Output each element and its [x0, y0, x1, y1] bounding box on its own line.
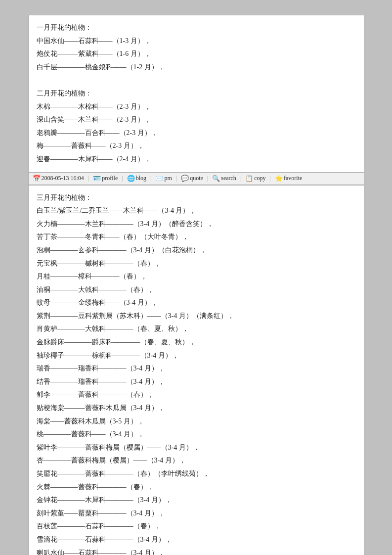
pm-link[interactable]: ✉️ pm: [155, 175, 172, 183]
section1-line: [37, 74, 356, 87]
copy-icon: 📋: [245, 175, 253, 183]
page-container: 一月开花的植物：中国水仙——石蒜科——（1-3 月），炮仗花———紫葳科——（1…: [28, 15, 364, 555]
pm-icon: ✉️: [155, 175, 163, 183]
section2-line: 郁李————蔷薇科————（春），: [37, 388, 356, 402]
section2-line: 肖黄栌————大戟科————（春、夏、秋），: [37, 323, 356, 336]
section2-line: 月桂————樟科————（春），: [37, 270, 356, 283]
section1-line: 梅————蔷薇科——（2-3 月），: [37, 139, 356, 153]
favorite-icon: ⭐: [275, 175, 283, 183]
section2-line: 紫叶李————蔷薇科梅属（樱属）——（3-4 月），: [37, 441, 356, 455]
section2-line: 火力楠————木兰科————（3-4 月）（醉香含笑），: [37, 218, 356, 231]
section2-line: 喇叭水仙——石蒜科————（3-4 月），: [37, 547, 356, 555]
section2-line: 紫荆————豆科紫荆属（苏木科）——（3-4 月）（满条红），: [37, 310, 356, 323]
section2-line: 油桐————大戟科————（春），: [37, 283, 356, 297]
section2-line: 三月开花的植物：: [37, 191, 356, 205]
section2-line: 刻叶紫堇——罂粟科————（3-4 月），: [37, 507, 356, 520]
section1-line: 一月开花的植物：: [37, 21, 356, 35]
section2-line: 袖珍椰子————棕榈科————（3-4 月），: [37, 349, 356, 363]
section1-line: 深山含笑——木兰科——（2-3 月），: [37, 113, 356, 127]
section2-line: 金钟花————木犀科————（3-4 月），: [37, 494, 356, 507]
section1-line: 炮仗花———紫葳科——（1-6 月），: [37, 47, 356, 61]
section2-line: 元宝枫————槭树科————（春），: [37, 257, 356, 271]
section1-line: 老鸦瓣————百合科——（2-3 月），: [37, 127, 356, 140]
section2-line: 贴梗海棠———蔷薇科木瓜属（3-4 月），: [37, 402, 356, 415]
section1-line: 迎春————木犀科——（2-4 月），: [37, 153, 356, 166]
section2-line: 海棠——蔷薇科木瓜属（3-5 月），: [37, 415, 356, 428]
section2-line: 杏————蔷薇科梅属（樱属）——（3-4 月），: [37, 454, 356, 467]
search-icon: 🔍: [212, 175, 220, 183]
section2-line: 泡桐————玄参科————（3-4 月）（白花泡桐），: [37, 244, 356, 257]
section2-line: 蚊母————金缕梅科——（3-4 月），: [37, 296, 356, 310]
section2-line: 桃————蔷薇科——（3-4 月），: [37, 428, 356, 441]
section2-line: 火棘————蔷薇科————（春），: [37, 481, 356, 494]
section1-box: 一月开花的植物：中国水仙——石蒜科——（1-3 月），炮仗花———紫葳科——（1…: [28, 15, 364, 173]
section1-line: 白千层————桃金娘科——（1-2 月），: [37, 61, 356, 74]
profile-link[interactable]: 🪪 profile: [93, 175, 118, 183]
date-icon: 📅: [33, 175, 41, 183]
blog-icon: 🌐: [127, 175, 135, 183]
search-link[interactable]: 🔍 search: [212, 175, 236, 183]
profile-icon: 🪪: [93, 175, 101, 183]
quote-link[interactable]: 💬 quote: [181, 175, 203, 183]
section2-line: 笑靥花————蔷薇科————（春）（李叶绣线菊），: [37, 467, 356, 481]
section2-line: 雪滴花————石蒜科————（3-4 月），: [37, 533, 356, 547]
toolbar: 📅 2008-05-13 16:04 | 🪪 profile | 🌐 blog …: [28, 173, 364, 185]
section2-line: 白玉兰/紫玉兰/二乔玉兰——木兰科——（3-4 月），: [37, 204, 356, 218]
section1-line: 中国水仙——石蒜科——（1-3 月），: [37, 35, 356, 48]
section1-line: 二月开花的植物：: [37, 87, 356, 100]
quote-icon: 💬: [181, 175, 189, 183]
section2-line: 百枝莲————石蒜科————（春），: [37, 520, 356, 533]
section1-line: 木棉————木棉科——（2-3 月），: [37, 100, 356, 114]
blog-link[interactable]: 🌐 blog: [127, 175, 146, 183]
toolbar-date: 📅 2008-05-13 16:04: [33, 175, 84, 183]
section2-line: 苦丁茶————冬青科——（春）（大叶冬青），: [37, 231, 356, 244]
favorite-link[interactable]: ⭐ favorite: [275, 175, 302, 183]
section2-box: 三月开花的植物：白玉兰/紫玉兰/二乔玉兰——木兰科——（3-4 月），火力楠——…: [28, 185, 364, 555]
section2-line: 结香————瑞香科————（3-4 月），: [37, 375, 356, 389]
section2-line: 金脉爵床————爵床科————（春、夏、秋），: [37, 336, 356, 349]
copy-link[interactable]: 📋 copy: [245, 175, 265, 183]
section2-line: 瑞香————瑞香科————（3-4 月），: [37, 362, 356, 375]
